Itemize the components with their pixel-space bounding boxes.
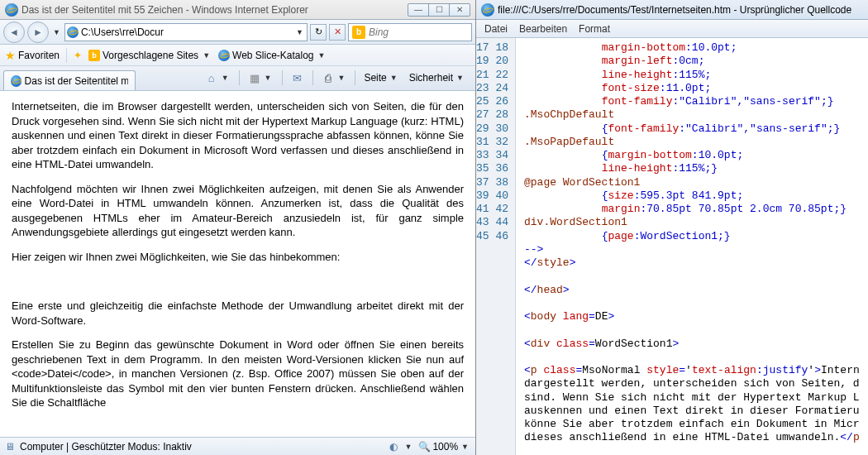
separator: [282, 70, 283, 85]
stop-button[interactable]: ✕: [329, 24, 346, 41]
tab-command-row: Das ist der Seitentitel mi... ⌂▼ ▦▼ ✉ ⎙▼…: [0, 66, 475, 91]
line-gutter: 17 18 19 20 21 22 23 24 25 26 27 28 29 3…: [476, 38, 516, 455]
ie-icon: [5, 3, 18, 17]
add-favorite-button[interactable]: ✦: [74, 50, 82, 61]
window-title: Das ist der Seitentitel mit 55 Zeichen -…: [21, 4, 308, 16]
star-icon: ★: [5, 49, 16, 62]
chevron-down-icon: ▼: [201, 51, 212, 60]
suggested-sites-button[interactable]: b Vorgeschlagene Sites ▼: [88, 50, 212, 61]
content-paragraph: Nachfolgend möchten wir Ihnen zwei Mögli…: [12, 182, 464, 240]
print-button[interactable]: ⎙▼: [318, 69, 351, 86]
favorites-bar: ★ Favoriten ✦ b Vorgeschlagene Sites ▼ W…: [0, 45, 475, 66]
maximize-button[interactable]: ☐: [428, 3, 450, 17]
menu-file[interactable]: Datei: [484, 23, 508, 35]
chevron-down-icon: ▼: [460, 443, 470, 451]
separator: [66, 48, 67, 63]
window-controls: — ☐ ✕: [408, 3, 470, 17]
webslice-label: Web Slice-Katalog: [232, 50, 314, 61]
suggested-label: Vorgeschlagene Sites: [103, 50, 198, 61]
web-slice-button[interactable]: Web Slice-Katalog ▼: [218, 50, 327, 61]
content-paragraph: Internetseiten, die im Browser dargestel…: [12, 99, 464, 172]
chevron-down-icon: ▼: [317, 51, 327, 60]
chevron-down-icon: ▼: [263, 74, 274, 82]
chevron-down-icon: ▼: [455, 74, 465, 82]
chevron-down-icon: ▼: [336, 74, 347, 82]
refresh-button[interactable]: ↻: [310, 24, 327, 41]
minimize-button[interactable]: —: [408, 3, 429, 17]
status-text: Computer | Geschützter Modus: Inaktiv: [20, 441, 192, 453]
mail-icon: ✉: [291, 71, 304, 84]
zoom-icon: 🔍: [418, 441, 431, 453]
page-content: Internetseiten, die im Browser dargestel…: [0, 91, 475, 437]
search-box[interactable]: b Bing: [348, 23, 472, 41]
address-bar[interactable]: C:\Users\rre\Docur ▼: [64, 23, 308, 41]
command-bar: ⌂▼ ▦▼ ✉ ⎙▼ Seite▼ Sicherheit▼: [202, 65, 472, 90]
page-menu[interactable]: Seite▼: [360, 70, 402, 85]
content-paragraph: Eine erste und gleichzeitig die einfachs…: [12, 299, 464, 328]
ie-icon: [481, 3, 494, 17]
code-area: 17 18 19 20 21 22 23 24 25 26 27 28 29 3…: [476, 38, 868, 455]
content-paragraph: [12, 274, 464, 289]
forward-button[interactable]: ►: [27, 22, 49, 43]
separator: [312, 70, 313, 85]
menu-format[interactable]: Format: [579, 23, 610, 35]
status-bar: 🖥 Computer | Geschützter Modus: Inaktiv …: [0, 437, 475, 455]
protected-mode-icon[interactable]: ◐: [389, 441, 398, 453]
tab-page-icon: [11, 75, 21, 87]
search-placeholder: Bing: [369, 26, 389, 38]
zoom-value: 100%: [432, 441, 458, 453]
close-button[interactable]: ✕: [449, 3, 470, 17]
source-titlebar: file:///C:/Users/rre/Documents/Test/Inte…: [476, 0, 868, 20]
separator: [355, 70, 355, 85]
computer-icon: 🖥: [5, 441, 15, 453]
source-window-title: file:///C:/Users/rre/Documents/Test/Inte…: [498, 4, 851, 16]
content-paragraph: Hier zeigen wir Ihnen zwei Möglichkeiten…: [12, 250, 464, 265]
code-content[interactable]: margin-bottom:10.0pt; margin-left:0cm; l…: [516, 38, 868, 455]
rss-icon: ▦: [248, 71, 261, 84]
ie-window: Das ist der Seitentitel mit 55 Zeichen -…: [0, 0, 476, 455]
nav-bar: ◄ ► ▼ C:\Users\rre\Docur ▼ ↻ ✕ b Bing: [0, 20, 475, 45]
page-icon: [67, 26, 79, 38]
separator: [239, 70, 240, 85]
ie-titlebar: Das ist der Seitentitel mit 55 Zeichen -…: [0, 0, 475, 20]
tab-label: Das ist der Seitentitel mi...: [25, 75, 128, 87]
safety-menu[interactable]: Sicherheit▼: [406, 70, 469, 85]
address-text: C:\Users\rre\Docur: [81, 26, 292, 38]
content-paragraph: Erstellen Sie zu Beginn das gewünschte D…: [12, 338, 464, 410]
bing-icon: b: [88, 50, 100, 61]
print-icon: ⎙: [322, 71, 335, 84]
safety-menu-label: Sicherheit: [409, 72, 453, 84]
menu-edit[interactable]: Bearbeiten: [519, 23, 567, 35]
page-menu-label: Seite: [364, 72, 386, 84]
zoom-control[interactable]: 🔍 100% ▼: [418, 441, 470, 453]
address-dropdown-icon[interactable]: ▼: [294, 28, 305, 36]
read-mail-button[interactable]: ✉: [288, 69, 308, 86]
browser-tab[interactable]: Das ist der Seitentitel mi...: [3, 70, 136, 90]
favorites-button[interactable]: ★ Favoriten: [5, 49, 60, 62]
chevron-down-icon[interactable]: ▼: [403, 443, 413, 451]
star-add-icon: ✦: [74, 50, 82, 61]
chevron-down-icon: ▼: [389, 74, 399, 82]
favorites-label: Favoriten: [18, 50, 60, 61]
history-dropdown-icon[interactable]: ▼: [51, 28, 62, 36]
bing-icon: b: [352, 26, 365, 39]
home-icon: ⌂: [205, 71, 218, 84]
menu-bar: Datei Bearbeiten Format: [476, 20, 868, 38]
source-viewer-window: file:///C:/Users/rre/Documents/Test/Inte…: [476, 0, 868, 455]
feeds-button[interactable]: ▦▼: [245, 69, 277, 86]
chevron-down-icon: ▼: [220, 74, 231, 82]
home-button[interactable]: ⌂▼: [202, 69, 234, 86]
slice-icon: [218, 50, 230, 61]
back-button[interactable]: ◄: [3, 22, 25, 43]
